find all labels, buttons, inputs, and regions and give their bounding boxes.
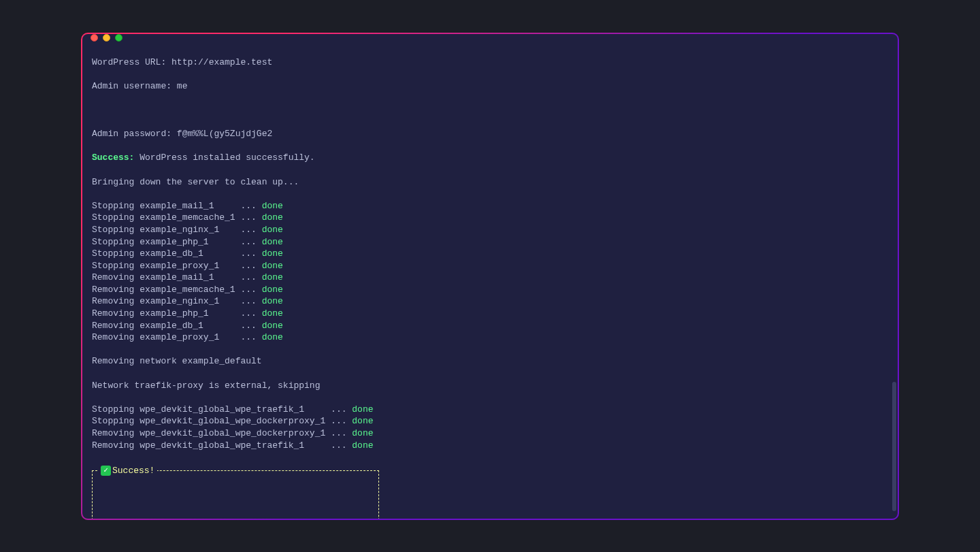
container-op-line: Removing example_proxy_1 ... done [92, 331, 888, 344]
check-icon: ✓ [101, 466, 111, 476]
admin-user-value: me [177, 81, 188, 91]
container-op-line: Stopping example_db_1 ... done [92, 248, 888, 260]
window-close-button[interactable] [91, 34, 98, 42]
output-line [92, 104, 888, 116]
output-line: Removing network example_default [92, 355, 888, 368]
install-success-label: Success: [92, 152, 134, 163]
install-success-msg: WordPress installed successfully. [134, 152, 314, 163]
container-op-line: Stopping wpe_devkit_global_wpe_dockerpro… [92, 415, 888, 427]
status-done: done [262, 321, 283, 331]
status-done: done [352, 440, 373, 451]
admin-user-label: Admin username: [92, 81, 177, 91]
status-done: done [262, 285, 283, 295]
output-line: Bringing down the server to clean up... [92, 176, 888, 189]
status-done: done [262, 248, 283, 259]
terminal-body[interactable]: WordPress URL: http://example.test Admin… [82, 42, 898, 520]
admin-pass-label: Admin password: [92, 129, 177, 139]
status-done: done [352, 428, 373, 438]
status-done: done [262, 332, 283, 342]
output-line: WordPress URL: http://example.test [92, 56, 888, 69]
status-done: done [352, 416, 373, 426]
status-done: done [352, 404, 373, 415]
container-op-line: Stopping example_memcache_1 ... done [92, 212, 888, 224]
status-done: done [262, 261, 283, 271]
status-done: done [262, 296, 283, 306]
window-titlebar [82, 34, 898, 42]
container-op-line: Stopping example_mail_1 ... done [92, 200, 888, 212]
status-done: done [262, 225, 283, 235]
window-zoom-button[interactable] [115, 34, 122, 42]
container-op-line: Stopping wpe_devkit_global_wpe_traefik_1… [92, 404, 888, 416]
container-op-line: Stopping example_nginx_1 ... done [92, 224, 888, 236]
status-done: done [262, 272, 283, 282]
status-done: done [262, 308, 283, 319]
container-op-line: Stopping example_proxy_1 ... done [92, 260, 888, 272]
output-line: Success: WordPress installed successfull… [92, 152, 888, 164]
container-op-line: Removing wpe_devkit_global_wpe_traefik_1… [92, 440, 888, 452]
container-op-line: Removing example_mail_1 ... done [92, 272, 888, 284]
status-done: done [262, 201, 283, 211]
window-minimize-button[interactable] [103, 34, 110, 42]
wp-url-label: WordPress URL: [92, 57, 172, 67]
output-line: Network traefik-proxy is external, skipp… [92, 380, 888, 392]
container-op-line: Removing example_memcache_1 ... done [92, 284, 888, 296]
success-box-label: ✓Success! [98, 465, 157, 477]
container-op-line: Removing wpe_devkit_global_wpe_dockerpro… [92, 427, 888, 440]
container-op-line: Removing example_db_1 ... done [92, 320, 888, 332]
container-op-line: Removing example_nginx_1 ... done [92, 295, 888, 308]
status-done: done [262, 212, 283, 223]
output-line: Admin username: me [92, 80, 888, 93]
container-op-line: Stopping example_php_1 ... done [92, 236, 888, 248]
container-op-line: Removing example_php_1 ... done [92, 308, 888, 320]
scrollbar[interactable] [892, 382, 896, 511]
success-box-title: Success! [112, 465, 154, 477]
status-done: done [262, 237, 283, 247]
success-box: ✓Success! Run cd example then wpe start … [92, 470, 379, 520]
admin-pass-value: f@m%%L(gy5ZujdjGe2 [177, 129, 272, 139]
wp-url-value: http://example.test [172, 57, 272, 67]
output-line: Admin password: f@m%%L(gy5ZujdjGe2 [92, 128, 888, 140]
success-box-line1: Run cd example then wpe start [106, 519, 366, 520]
terminal-window: WordPress URL: http://example.test Admin… [81, 33, 899, 520]
